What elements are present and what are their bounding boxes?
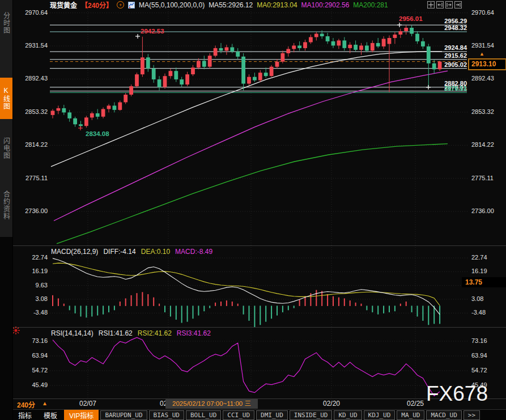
ma-settings-label: MA(55,0,100,200,0,0) [139,1,205,9]
main-y-axis-label-right: 2736.00 [471,207,504,214]
macd-y-axis-label-right: 3.08 [471,295,504,302]
macd-y-axis-label-right: -3.48 [471,309,504,316]
price-tag-marker-icon: ▲ [479,51,484,57]
toolbar-button-barupdnud[interactable]: BARUPDN_UD [100,410,147,420]
macd-value-box: 13.75 [462,277,506,287]
macd-y-axis-label-right: 22.74 [471,254,504,261]
rsi3-value: RSI3:41.62 [177,329,211,337]
price-level-label: 2956.29 [432,18,467,24]
price-annotation: 2942.53 [141,28,164,35]
main-y-axis-label-right: 2814.22 [471,141,504,148]
fx678-watermark: FX678 [426,382,488,406]
price-level-label: 2905.02 [432,61,467,68]
ma100-value: MA100:2902.56 [301,1,350,9]
toolbar-button-vip[interactable]: VIP指标 [64,410,99,420]
timeframe-label[interactable]: 240分 [17,400,35,409]
price-level-label: 2915.62 [432,52,467,59]
date-label: 02/25 [402,400,429,408]
macd-y-axis-label-left: 22.74 [15,254,48,261]
shift-left-icon[interactable] [436,1,444,9]
main-y-axis-label-right: 2892.43 [471,75,504,82]
main-y-axis-label-left: 2853.32 [15,108,48,115]
rsi-y-axis-label-left: 45.49 [15,381,48,388]
chart-type-icon[interactable] [128,2,135,9]
sidebar-tab-1[interactable]: 分时图 [0,3,12,43]
macd-header: MACD(26,12,9) DIFF:-4.14 DEA:0.10 MACD:-… [51,248,212,256]
chart-header: 现货黄金 【240分】 + MA(55,0,100,200,0,0) MA55:… [50,1,388,9]
macd-y-axis-label-right: 16.19 [471,268,504,274]
toolbar-button-dmiud[interactable]: DMI_UD [256,410,288,420]
rsi1-value: RSI1:41.62 [99,329,133,337]
sidebar-tab-2[interactable]: K线图 [0,78,12,119]
rsi-y-axis-label-right: 63.94 [471,352,504,359]
timeframe-dropdown-icon[interactable]: ▲ [42,400,48,406]
rsi2-value: RSI2:41.62 [138,329,172,337]
toolbar-button-macdud[interactable]: MACD_UD [426,410,461,420]
main-y-axis-label-right: 2853.32 [471,108,504,115]
price-level-label: 2948.32 [432,24,467,31]
crosshair-time-tooltip: 2025/02/12 07:00~11:00 三 [165,399,258,409]
ma0-value: MA0:2913.04 [257,1,297,9]
trading-app-window: 2970.642970.642931.542931.542892.432892.… [0,0,506,420]
toolbar-button-biasud[interactable]: BIAS_UD [149,410,184,420]
chart-toolbar-icons [427,1,462,9]
date-label: 02/07 [74,400,101,408]
sidebar-tab-3[interactable]: 闪电图 [0,126,12,170]
rsi-y-axis-label-right: 54.72 [471,367,504,374]
toolbar-button-cciud[interactable]: CCI_UD [223,410,254,420]
crosshair-icon[interactable] [427,1,435,9]
period-label: 【240分】 [81,0,113,10]
main-y-axis-label-left: 2931.54 [15,42,48,49]
ma200-value: MA200:281 [353,1,388,9]
macd-y-axis-label-left: 3.08 [15,295,48,302]
indicator-toolbar: 指标模板VIP指标BARUPDN_UDBIAS_UDBOLL_UDCCI_UDD… [13,410,480,420]
main-y-axis-label-left: 2892.43 [15,75,48,82]
rsi-header: RSI(14,14,14) RSI1:41.62 RSI2:41.62 RSI3… [51,329,211,337]
toolbar-button-bollud[interactable]: BOLL_UD [186,410,221,420]
toolbar-button-maud[interactable]: MA_UD [397,410,424,420]
price-annotation: 2834.08 [86,130,109,137]
rsi-y-axis-label-left: 73.16 [15,337,48,344]
main-y-axis-label-right: 2775.11 [471,175,504,181]
rsi-y-axis-label-right: 73.16 [471,337,504,344]
chart-label-overlay: 2970.642970.642931.542931.542892.432892.… [0,0,506,420]
price-level-label: 2924.84 [432,44,467,51]
main-y-axis-label-left: 2970.64 [15,9,48,16]
rsi-y-axis-label-left: 63.94 [15,352,48,359]
toolbar-button-[interactable]: 指标 [13,410,37,420]
rsi-y-axis-label-left: 54.72 [15,367,48,374]
main-y-axis-label-left: 2814.22 [15,141,48,148]
main-y-axis-label-left: 2775.11 [15,175,48,181]
macd-y-axis-label-left: -3.48 [15,309,48,316]
macd-y-axis-label-left: 16.19 [15,268,48,274]
macd-dea-value: DEA:0.10 [141,248,170,256]
toolbar-button-insideud[interactable]: INSIDE_UD [290,410,333,420]
toolbar-button-kdud[interactable]: KD_UD [334,410,362,420]
price-annotation: 2956.01 [399,15,423,22]
macd-diff-value: DIFF:-4.14 [103,248,135,256]
ma55-value: MA55:2926.12 [209,1,253,9]
macd-macd-value: MACD:-8.49 [175,248,212,256]
goto-latest-icon[interactable] [454,1,462,9]
plus-circle-icon[interactable]: + [117,1,124,9]
symbol-name: 现货黄金 [50,0,77,10]
macd-y-axis-label-left: 9.63 [15,282,48,289]
macd-title: MACD(26,12,9) [51,248,98,256]
main-y-axis-label-right: 2931.54 [471,42,504,49]
sidebar-bottom-filler [0,237,12,420]
date-label: 02/20 [318,400,345,408]
main-y-axis-label-right: 2970.64 [471,9,504,16]
toolbar-button-[interactable]: 模板 [39,410,62,420]
toolbar-button-kdjud[interactable]: KDJ_UD [364,410,396,420]
main-y-axis-label-left: 2736.00 [15,207,48,214]
left-sidebar: 分时图K线图闪电图合约资料 [0,0,13,420]
rsi-title: RSI(14,14,14) [51,329,93,337]
current-price-box: 2913.10 [468,58,506,70]
sidebar-tab-4[interactable]: 合约资料 [0,177,12,232]
price-level-label: 2876.51 [432,85,467,92]
toolbar-button-[interactable]: >> [464,410,480,420]
shift-right-icon[interactable] [445,1,453,9]
